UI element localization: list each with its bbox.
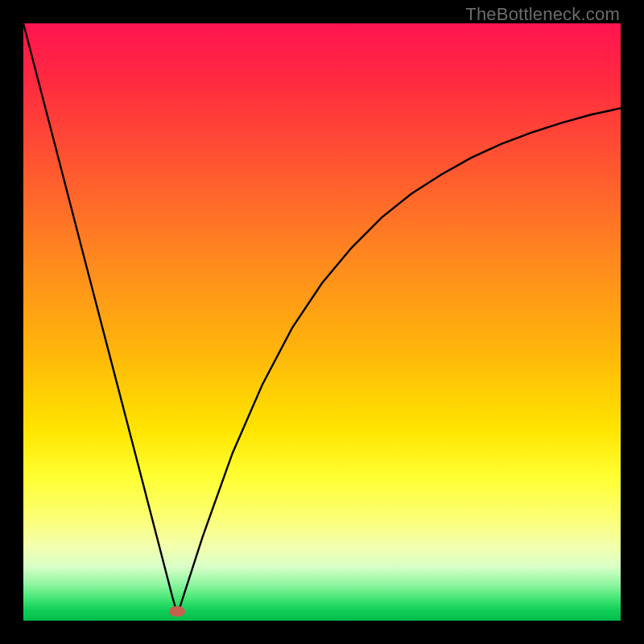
chart-frame: TheBottleneck.com (0, 0, 644, 644)
watermark-label: TheBottleneck.com (465, 4, 620, 25)
bottleneck-curve (23, 23, 621, 621)
curve-left-branch (23, 23, 177, 615)
gradient-plot-area (23, 23, 621, 621)
curve-right-branch (177, 108, 621, 614)
